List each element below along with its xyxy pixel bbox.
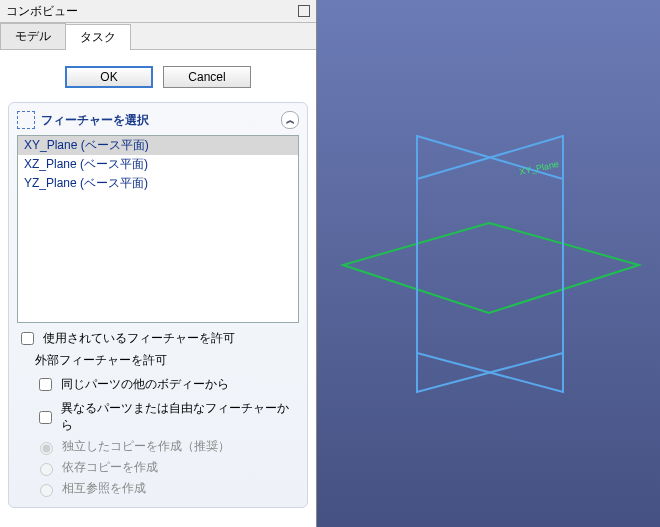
- list-item[interactable]: XZ_Plane (ベース平面): [18, 155, 298, 174]
- independent-copy-radio: 独立したコピーを作成（推奨）: [35, 438, 299, 455]
- list-item[interactable]: YZ_Plane (ベース平面): [18, 174, 298, 193]
- radio-input: [40, 484, 53, 497]
- radio-label: 相互参照を作成: [62, 480, 146, 497]
- viewport-geometry: [317, 0, 660, 527]
- radio-label: 独立したコピーを作成（推奨）: [62, 438, 230, 455]
- allow-used-features-checkbox[interactable]: 使用されているフィーチャーを許可: [17, 329, 299, 348]
- combo-view-panel: コンボビュー モデル タスク OK Cancel フィーチャーを選択 ︽: [0, 0, 317, 527]
- external-features-header: 外部フィーチャーを許可: [35, 352, 299, 369]
- list-item-label: XZ_Plane (ベース平面): [24, 157, 148, 171]
- feature-select-icon: [17, 111, 35, 129]
- checkbox-input[interactable]: [39, 411, 52, 424]
- group-title: フィーチャーを選択: [41, 112, 149, 129]
- feature-select-group: フィーチャーを選択 ︽ XY_Plane (ベース平面) XZ_Plane (ベ…: [8, 102, 308, 508]
- group-header[interactable]: フィーチャーを選択 ︽: [17, 109, 299, 135]
- tab-task[interactable]: タスク: [65, 24, 131, 50]
- list-item-label: YZ_Plane (ベース平面): [24, 176, 148, 190]
- ok-label: OK: [100, 70, 117, 84]
- collapse-icon[interactable]: ︽: [281, 111, 299, 129]
- radio-label: 依存コピーを作成: [62, 459, 158, 476]
- dialog-button-row: OK Cancel: [8, 66, 308, 88]
- tab-model[interactable]: モデル: [0, 23, 66, 49]
- dependent-copy-radio: 依存コピーを作成: [35, 459, 299, 476]
- other-body-checkbox[interactable]: 同じパーツの他のボディーから: [35, 375, 299, 394]
- app-root: コンボビュー モデル タスク OK Cancel フィーチャーを選択 ︽: [0, 0, 660, 527]
- tab-task-label: タスク: [80, 30, 116, 44]
- undock-icon[interactable]: [298, 5, 310, 17]
- cancel-label: Cancel: [188, 70, 225, 84]
- panel-title: コンボビュー: [6, 3, 78, 20]
- checkbox-input[interactable]: [39, 378, 52, 391]
- feature-listbox[interactable]: XY_Plane (ベース平面) XZ_Plane (ベース平面) YZ_Pla…: [17, 135, 299, 323]
- list-item[interactable]: XY_Plane (ベース平面): [18, 136, 298, 155]
- crossref-radio: 相互参照を作成: [35, 480, 299, 497]
- task-area: OK Cancel フィーチャーを選択 ︽ XY_Plane (ベース平面) X…: [0, 50, 316, 527]
- other-part-checkbox[interactable]: 異なるパーツまたは自由なフィーチャーから: [35, 400, 299, 434]
- checkbox-label: 同じパーツの他のボディーから: [61, 376, 229, 393]
- ok-button[interactable]: OK: [65, 66, 153, 88]
- radio-input: [40, 442, 53, 455]
- list-item-label: XY_Plane (ベース平面): [24, 138, 149, 152]
- cancel-button[interactable]: Cancel: [163, 66, 251, 88]
- xz-plane-edge[interactable]: [417, 136, 563, 392]
- yz-plane-edge[interactable]: [417, 136, 563, 392]
- checkbox-label: 異なるパーツまたは自由なフィーチャーから: [61, 400, 299, 434]
- tab-bar: モデル タスク: [0, 23, 316, 50]
- panel-title-bar: コンボビュー: [0, 0, 316, 23]
- 3d-viewport[interactable]: XY_Plane: [317, 0, 660, 527]
- tab-model-label: モデル: [15, 29, 51, 43]
- checkbox-label: 使用されているフィーチャーを許可: [43, 330, 235, 347]
- xy-plane-edge[interactable]: [343, 223, 639, 313]
- checkbox-input[interactable]: [21, 332, 34, 345]
- radio-input: [40, 463, 53, 476]
